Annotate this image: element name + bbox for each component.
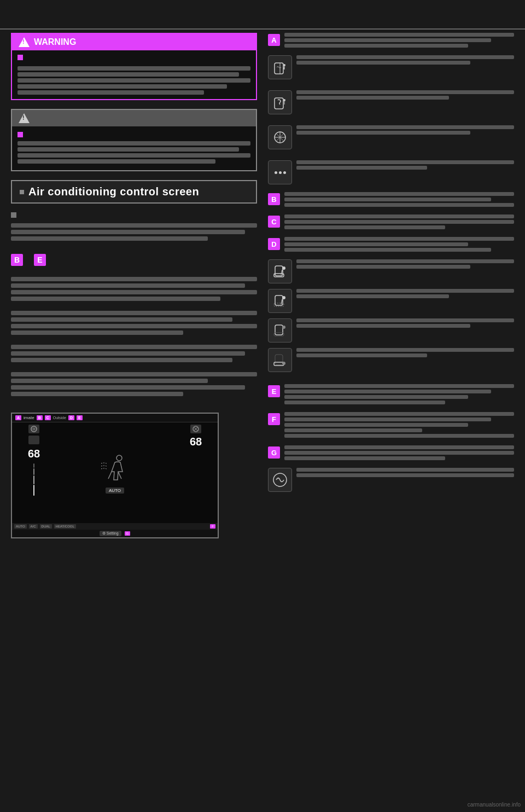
right-label-C: C [268,216,280,228]
caution-box [11,109,257,171]
section-title: Air conditioning control screen [28,185,199,198]
ac-imate: imate [24,415,34,420]
ac-g-label: G [125,531,131,536]
warning-box: WARNING [11,33,257,100]
warning-icon [19,37,30,47]
svg-point-1 [33,428,35,430]
ac-temp-right: 68 [190,436,202,448]
ac-left-panel: 68 [12,422,56,523]
ac-auto-btn: AUTO [14,524,27,529]
body-square [11,212,16,218]
right-item-seat-heat [268,90,514,118]
ac-mode-icon [190,425,201,433]
seat-icons-group [268,259,514,375]
right-label-G: G [268,446,280,459]
page-container: WARNING [0,0,525,812]
seat-partial-heat-icon [268,289,292,313]
svg-point-0 [31,426,37,432]
seat-bottom-heat-icon [268,348,292,372]
ac-fan-speed [33,463,34,496]
right-column: A [268,33,514,790]
warning-line-4 [18,84,227,89]
ac-label-B: B [37,415,43,420]
label-E: E [34,254,46,266]
svg-rect-19 [275,355,283,364]
ac-screen: A imate B C Outside D E [12,414,218,537]
seat-full-heat-icon [268,259,292,283]
ac-main-area: 68 [12,422,218,523]
svg-point-2 [116,455,122,461]
caution-text-lines [18,141,250,164]
ac-right-panel: 68 [174,422,218,523]
body-section-4 [11,372,257,396]
right-item-E: E [268,384,514,404]
caution-line-3 [18,153,250,158]
ac-bottom-bar: AUTO A/C DUAL HEAT/COOL F [12,523,218,530]
right-item-D: D [268,237,514,252]
ac-fan-icon-left [28,425,39,433]
lexus-logo-icon [268,468,292,492]
right-item-lexus-climate [268,125,514,153]
svg-rect-16 [275,325,283,335]
right-item-G: G [268,445,514,460]
right-item-dots [268,160,514,184]
right-label-F: F [268,413,280,425]
ac-settings-bar: ⚙ Setting G [12,530,218,537]
right-label-B: B [268,193,280,205]
ac-outside-text: Outside [53,416,66,420]
svg-rect-10 [275,266,283,276]
svg-rect-4 [275,63,283,74]
label-B: B [11,254,23,266]
ac-label-A: A [15,415,21,420]
ac-label-D: D [68,415,74,420]
label-row: B E [11,254,257,266]
warning-line-1 [18,66,250,71]
caution-header [12,110,256,126]
right-item-seat-upper [268,318,514,343]
svg-point-12 [282,266,285,270]
warning-line-3 [18,78,250,83]
right-item-seat-bottom [268,348,514,372]
caution-line-4 [18,159,215,164]
warning-text-lines [18,66,250,95]
ac-setting-btn[interactable]: ⚙ Setting [100,531,121,536]
body-section-2 [11,311,257,335]
warning-label: WARNING [34,37,76,47]
svg-point-15 [282,296,285,299]
caution-icon [19,113,30,123]
left-column: WARNING [11,33,257,790]
svg-point-21 [282,362,285,365]
ac-temp-left: 68 [28,448,40,460]
svg-point-18 [282,326,285,329]
right-item-F: F [268,412,514,438]
right-label-E: E [268,385,280,397]
caution-line-1 [18,141,250,146]
right-item-lexus-logo [268,468,514,492]
svg-rect-13 [275,295,283,305]
ac-top-bar: A imate B C Outside D E [12,414,218,422]
intro-line-1 [11,223,257,228]
right-item-seat-vent [268,55,514,83]
warning-header: WARNING [12,34,256,50]
ac-slot-1 [28,436,39,444]
right-item-B: B [268,192,514,207]
ac-ac-btn: A/C [29,524,38,529]
dots-more-icon [268,160,292,184]
header-square [20,190,24,194]
ac-person-icon [98,453,131,485]
warning-line-2 [18,72,239,77]
right-label-A: A [268,34,280,46]
right-label-D: D [268,238,280,250]
intro-line-2 [11,230,245,234]
seat-heated-icon [268,90,292,114]
warning-line-5 [18,90,204,95]
caution-pink-square [18,132,23,137]
right-item-seat-partial [268,289,514,313]
right-item-A: A [268,33,514,48]
ac-label-E: E [77,415,83,420]
ac-heatcool-btn: HEAT/COOL [54,524,76,529]
warning-body [12,50,256,99]
ac-dual-btn: DUAL [40,524,52,529]
body-intro-lines [11,223,257,241]
body-section-3 [11,345,257,362]
